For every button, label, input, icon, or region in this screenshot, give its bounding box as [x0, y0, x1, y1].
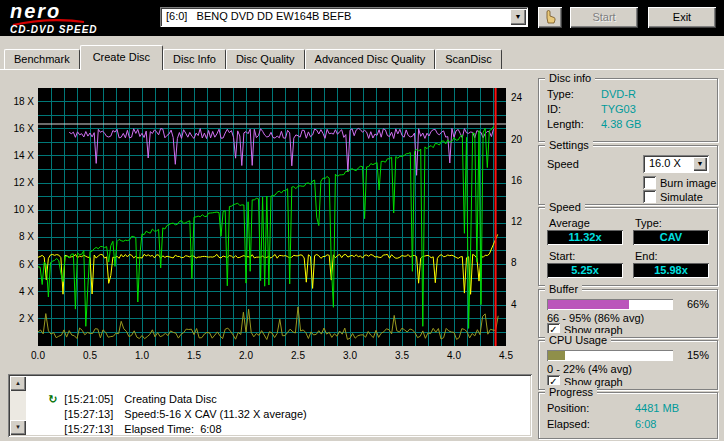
- exit-button[interactable]: Exit: [648, 7, 716, 28]
- x-axis-tick: 2.0: [234, 350, 258, 362]
- left-axis-tick: 16 X: [8, 123, 34, 135]
- x-axis-tick: 4.5: [494, 350, 518, 362]
- log-row: [15:27:13]Elapsed Time: 6:08: [30, 408, 222, 441]
- speed-group: Speed Average Type: 11.32x CAV Start: En…: [538, 207, 718, 286]
- start-button[interactable]: Start: [570, 7, 638, 28]
- tab-create-disc[interactable]: Create Disc: [80, 45, 163, 70]
- cpu-usage-title: CPU Usage: [545, 333, 611, 347]
- position-label: Position:: [547, 402, 589, 415]
- left-axis-tick: 2 X: [8, 313, 34, 325]
- right-axis-tick: 12: [511, 216, 531, 228]
- buffer-title: Buffer: [545, 282, 582, 296]
- tab-disc-quality[interactable]: Disc Quality: [226, 49, 305, 69]
- log-time: [15:27:13]: [64, 422, 124, 436]
- simulate-label: Simulate: [660, 191, 703, 204]
- end-speed-value: 15.98x: [633, 263, 709, 278]
- average-speed-value: 11.32x: [547, 230, 623, 245]
- left-axis-tick: 10 X: [8, 204, 34, 216]
- left-axis-tick: 6 X: [8, 259, 34, 271]
- progress-group: Progress Position: 4481 MB Elapsed: 6:08: [538, 392, 718, 439]
- disc-length-value: 4.38 GB: [601, 118, 641, 131]
- right-axis-tick: 8: [511, 257, 531, 269]
- settings-title: Settings: [545, 138, 593, 152]
- settings-group: Settings Speed 16.0 X ▼ Burn image Simul…: [538, 145, 718, 205]
- chart-plot: [38, 88, 506, 346]
- progress-title: Progress: [545, 385, 597, 399]
- burn-image-checkbox[interactable]: [643, 176, 656, 189]
- cpu-bar-fill: [548, 351, 565, 360]
- tab-benchmark[interactable]: Benchmark: [4, 49, 80, 69]
- disc-info-title: Disc info: [545, 71, 595, 85]
- elapsed-label: Elapsed:: [547, 418, 590, 431]
- brand-name: nero: [10, 1, 155, 21]
- scroll-up-icon: ▲: [10, 376, 26, 391]
- cpu-percent: 15%: [687, 349, 709, 362]
- right-axis-tick: 24: [511, 92, 531, 104]
- right-axis-tick: 16: [511, 175, 531, 187]
- speed-title: Speed: [545, 200, 585, 214]
- disc-type-value: DVD-R: [601, 88, 636, 101]
- speed-setting-label: Speed: [547, 158, 579, 171]
- chart-area: 18 X16 X14 X12 X10 X8 X6 X4 X2 X24201612…: [8, 76, 532, 370]
- scrollbar-track[interactable]: [10, 391, 26, 420]
- speed-select[interactable]: 16.0 X ▼: [643, 155, 709, 173]
- right-axis-tick: 20: [511, 134, 531, 146]
- scroll-down-icon: ▼: [10, 420, 26, 435]
- log-scrollbar[interactable]: ▲ ▼: [10, 376, 26, 435]
- buffer-group: Buffer 66% 66 - 95% (86% avg) ✓ Show gra…: [538, 289, 718, 338]
- position-value: 4481 MB: [635, 402, 679, 415]
- disc-id-label: ID:: [547, 103, 561, 116]
- left-axis-tick: 8 X: [8, 231, 34, 243]
- left-axis-tick: 18 X: [8, 96, 34, 108]
- disc-info-group: Disc info Type: DVD-R ID: TYG03 Length: …: [538, 78, 718, 142]
- burn-image-label: Burn image: [660, 177, 716, 190]
- disc-length-label: Length:: [547, 118, 584, 131]
- buffer-bar: [547, 299, 673, 310]
- tab-disc-info[interactable]: Disc Info: [163, 49, 226, 69]
- tab-advanced-disc-quality[interactable]: Advanced Disc Quality: [305, 49, 436, 69]
- tab-scandisc[interactable]: ScanDisc: [435, 49, 501, 69]
- x-axis-tick: 0.5: [78, 350, 102, 362]
- x-axis-tick: 2.5: [286, 350, 310, 362]
- scroll-up-button[interactable]: ▲: [10, 376, 26, 391]
- chevron-down-icon[interactable]: ▼: [693, 157, 707, 171]
- x-axis-tick: 3.0: [338, 350, 362, 362]
- create-disc-chart: [38, 88, 506, 346]
- hand-icon: [542, 9, 558, 25]
- brand-subtitle: CD-DVD SPEED: [10, 24, 98, 35]
- write-type-value: CAV: [633, 230, 709, 245]
- start-speed-label: Start:: [549, 250, 575, 263]
- right-axis-tick: 4: [511, 299, 531, 311]
- drive-select[interactable]: [6:0] BENQ DVD DD EW164B BEFB ▼: [160, 7, 528, 27]
- left-axis-tick: 14 X: [8, 150, 34, 162]
- simulate-checkbox[interactable]: [643, 190, 656, 203]
- start-speed-value: 5.25x: [547, 263, 623, 278]
- elapsed-value: 6:08: [635, 418, 656, 431]
- x-axis-tick: 0.0: [26, 350, 50, 362]
- write-type-label: Type:: [635, 217, 662, 230]
- x-axis-tick: 1.0: [130, 350, 154, 362]
- x-axis-tick: 4.0: [442, 350, 466, 362]
- scroll-down-button[interactable]: ▼: [10, 420, 26, 435]
- eject-button[interactable]: [538, 7, 562, 28]
- end-speed-label: End:: [635, 250, 658, 263]
- x-axis-tick: 3.5: [390, 350, 414, 362]
- disc-id-value: TYG03: [601, 103, 636, 116]
- buffer-bar-fill: [548, 300, 629, 309]
- average-label: Average: [549, 217, 590, 230]
- cpu-bar: [547, 350, 673, 361]
- speed-select-value: 16.0 X: [649, 157, 681, 169]
- nero-logo: nero CD-DVD SPEED: [10, 1, 155, 35]
- nero-cd-dvd-speed-window: nero CD-DVD SPEED [6:0] BENQ DVD DD EW16…: [0, 0, 724, 441]
- log-text: Elapsed Time: 6:08: [124, 423, 221, 435]
- disc-type-label: Type:: [547, 88, 574, 101]
- chevron-down-icon[interactable]: ▼: [510, 9, 526, 25]
- x-axis-tick: 1.5: [182, 350, 206, 362]
- title-bar: nero CD-DVD SPEED [6:0] BENQ DVD DD EW16…: [0, 0, 724, 36]
- cpu-usage-group: CPU Usage 15% 0 - 22% (4% avg) ✓ Show gr…: [538, 340, 718, 390]
- tab-bar: Benchmark Create Disc Disc Info Disc Qua…: [4, 45, 502, 69]
- left-axis-tick: 4 X: [8, 286, 34, 298]
- drive-select-value: [6:0] BENQ DVD DD EW164B BEFB: [166, 10, 351, 22]
- left-axis-tick: 12 X: [8, 177, 34, 189]
- log-panel: ▲ ▼ ↻[15:21:05]Creating Data Disc [15:27…: [8, 374, 532, 437]
